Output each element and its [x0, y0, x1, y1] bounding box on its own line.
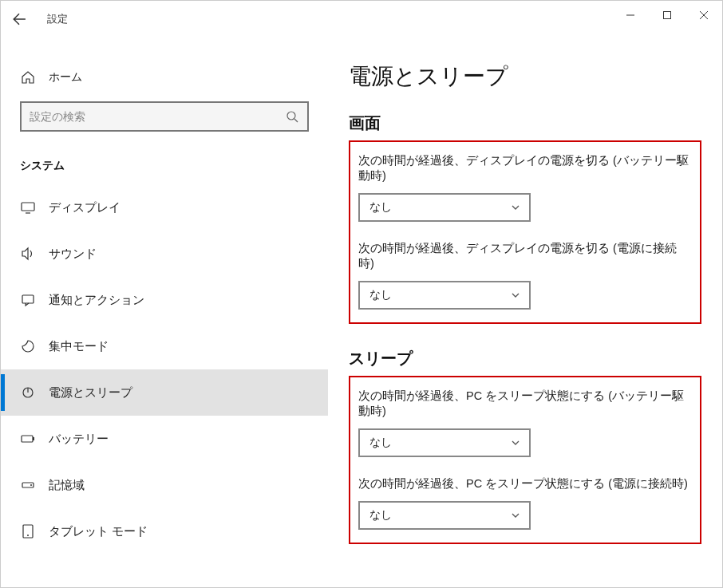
maximize-button[interactable] [649, 1, 685, 30]
setting-sleep-battery: 次の時間が経過後、PC をスリープ状態にする (バッテリー駆動時) なし [358, 389, 692, 457]
setting-label: 次の時間が経過後、PC をスリープ状態にする (バッテリー駆動時) [358, 389, 692, 419]
search-box[interactable] [20, 101, 309, 132]
maximize-icon [662, 10, 672, 20]
setting-sleep-plugged: 次の時間が経過後、PC をスリープ状態にする (電源に接続時) なし [358, 476, 692, 530]
dropdown-value: なし [369, 288, 392, 302]
dropdown-sleep-plugged[interactable]: なし [358, 501, 531, 530]
power-icon [20, 385, 36, 401]
storage-icon [20, 477, 36, 493]
nav-item-tablet[interactable]: タブレット モード [1, 508, 328, 554]
back-arrow-icon [12, 12, 26, 26]
home-icon [20, 69, 36, 85]
page-title: 電源とスリープ [349, 61, 701, 92]
setting-screen-battery: 次の時間が経過後、ディスプレイの電源を切る (バッテリー駆動時) なし [358, 153, 692, 222]
display-icon [20, 199, 36, 215]
search-icon [285, 109, 299, 124]
nav-label: バッテリー [49, 432, 109, 447]
svg-rect-5 [22, 436, 33, 442]
setting-label: 次の時間が経過後、PC をスリープ状態にする (電源に接続時) [358, 476, 692, 491]
chevron-down-icon [510, 510, 521, 521]
dropdown-screen-plugged[interactable]: なし [358, 281, 531, 310]
sound-icon [20, 246, 36, 262]
setting-screen-plugged: 次の時間が経過後、ディスプレイの電源を切る (電源に接続時) なし [358, 241, 692, 310]
nav-item-focus[interactable]: 集中モード [1, 323, 328, 369]
section-sleep-title: スリープ [349, 348, 701, 369]
svg-rect-3 [22, 295, 34, 303]
svg-rect-0 [664, 12, 671, 19]
home-label: ホーム [49, 70, 82, 85]
dropdown-sleep-battery[interactable]: なし [358, 428, 531, 457]
nav-item-battery[interactable]: バッテリー [1, 416, 328, 462]
search-input[interactable] [30, 110, 285, 123]
nav-label: 通知とアクション [49, 293, 144, 308]
close-icon [699, 10, 709, 20]
category-heading: システム [1, 148, 328, 184]
titlebar: 設定 [1, 1, 722, 37]
nav-label: サウンド [49, 247, 97, 262]
section-screen-title: 画面 [349, 112, 701, 134]
battery-icon [20, 431, 36, 447]
back-button[interactable] [1, 1, 38, 37]
nav-item-power[interactable]: 電源とスリープ [1, 369, 328, 416]
main-content: 電源とスリープ 画面 次の時間が経過後、ディスプレイの電源を切る (バッテリー駆… [328, 37, 722, 587]
svg-rect-2 [22, 203, 34, 211]
dropdown-value: なし [369, 436, 392, 450]
tablet-icon [20, 523, 36, 539]
dropdown-value: なし [369, 200, 392, 215]
setting-label: 次の時間が経過後、ディスプレイの電源を切る (電源に接続時) [358, 241, 692, 271]
minimize-button[interactable] [612, 1, 649, 30]
dropdown-screen-battery[interactable]: なし [358, 193, 531, 222]
sleep-settings-box: 次の時間が経過後、PC をスリープ状態にする (バッテリー駆動時) なし 次の時… [349, 376, 701, 544]
nav-label: タブレット モード [49, 524, 148, 539]
chevron-down-icon [510, 202, 521, 213]
screen-settings-box: 次の時間が経過後、ディスプレイの電源を切る (バッテリー駆動時) なし 次の時間… [349, 140, 701, 324]
close-button[interactable] [685, 1, 722, 30]
chevron-down-icon [510, 437, 521, 448]
nav-item-notifications[interactable]: 通知とアクション [1, 277, 328, 323]
window-title: 設定 [47, 12, 68, 26]
svg-point-1 [287, 112, 295, 120]
focus-icon [20, 338, 36, 354]
sidebar: ホーム システム ディスプレイ サウンド 通知とアクション [1, 37, 328, 587]
nav-label: 電源とスリープ [49, 385, 132, 401]
nav-item-storage[interactable]: 記憶域 [1, 462, 328, 508]
chevron-down-icon [510, 290, 521, 301]
svg-point-10 [27, 535, 29, 536]
setting-label: 次の時間が経過後、ディスプレイの電源を切る (バッテリー駆動時) [358, 153, 692, 184]
nav-item-display[interactable]: ディスプレイ [1, 184, 328, 231]
nav-label: 記憶域 [49, 478, 85, 493]
svg-rect-6 [33, 437, 34, 440]
nav-label: 集中モード [49, 339, 109, 354]
nav-label: ディスプレイ [49, 200, 120, 215]
window-controls [612, 1, 722, 30]
svg-point-8 [30, 484, 32, 486]
notifications-icon [20, 292, 36, 308]
minimize-icon [626, 10, 635, 20]
dropdown-value: なし [369, 508, 392, 523]
home-link[interactable]: ホーム [1, 61, 328, 93]
nav-item-sound[interactable]: サウンド [1, 231, 328, 277]
